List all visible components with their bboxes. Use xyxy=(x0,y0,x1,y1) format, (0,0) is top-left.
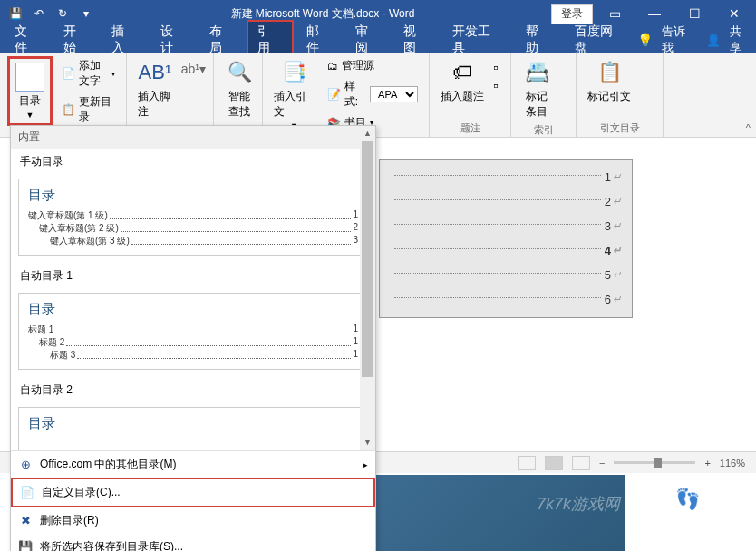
toc-row: 6↵ xyxy=(391,287,621,312)
zoom-out-icon[interactable]: − xyxy=(599,458,605,469)
print-layout-icon[interactable] xyxy=(545,456,563,470)
caption-small-icon[interactable]: ▫ xyxy=(493,60,499,76)
toc-row: 1↵ xyxy=(391,165,621,189)
endnote-icon[interactable]: ab¹▾ xyxy=(181,62,206,76)
mark-entry-button[interactable]: 📇 标记 条目 xyxy=(519,56,555,121)
add-text-button[interactable]: 📄添加文字▾ xyxy=(58,56,119,91)
auto-toc2-label: 自动目录 2 xyxy=(11,377,375,403)
more-office-toc[interactable]: ⊕Office.com 中的其他目录(M)▸ xyxy=(11,451,375,478)
watermark-overlay: 7k7k游戏网 xyxy=(537,493,620,515)
manage-sources-button[interactable]: 🗂管理源 xyxy=(324,56,422,75)
toa-group-label: 引文目录 xyxy=(584,120,655,135)
share-icon: 👤 xyxy=(706,34,721,47)
toc-row: 2↵ xyxy=(391,189,621,214)
zoom-level[interactable]: 116% xyxy=(720,458,745,469)
web-layout-icon[interactable] xyxy=(572,456,590,470)
citation-style-select[interactable]: 📝样式: APA xyxy=(324,77,422,111)
remove-toc[interactable]: ✖删除目录(R) xyxy=(11,508,375,534)
update-toc-button[interactable]: 📋更新目录 xyxy=(58,92,119,127)
footnote-icon: AB¹ xyxy=(141,58,170,87)
manual-toc-item[interactable]: 目录 键入章标题(第 1 级)1 键入章标题(第 2 级)2 键入章标题(第 3… xyxy=(18,179,368,256)
ribbon-collapse-icon[interactable]: ^ xyxy=(746,122,751,133)
document-area: 1↵ 2↵ 3↵ 4↵ 5↵ 6↵ xyxy=(379,159,633,412)
toc-row: 5↵ xyxy=(391,263,621,287)
caption-icon: 🏷 xyxy=(448,58,477,87)
toc-button-label: 目录 xyxy=(19,93,41,109)
menubar: 文件 开始 插入 设计 布局 引用 邮件 审阅 视图 开发工具 帮助 百度网盘 … xyxy=(0,27,756,53)
smart-lookup-button[interactable]: 🔍 智能 查找 xyxy=(221,56,257,121)
toc-row: 3↵ xyxy=(391,214,621,238)
update-icon: 📋 xyxy=(62,103,75,116)
save-gallery-icon: 💾 xyxy=(18,540,33,552)
insert-caption-button[interactable]: 🏷 插入题注 xyxy=(437,56,488,106)
toc-field[interactable]: 1↵ 2↵ 3↵ 4↵ 5↵ 6↵ xyxy=(379,159,633,318)
toc-dropdown: 内置 手动目录 目录 键入章标题(第 1 级)1 键入章标题(第 2 级)2 键… xyxy=(10,125,376,551)
mark-citation-button[interactable]: 📋 标记引文 xyxy=(584,56,635,106)
caption-small2-icon[interactable]: ▫ xyxy=(493,78,499,94)
lookup-icon: 🔍 xyxy=(225,58,254,87)
sources-icon: 🗂 xyxy=(327,60,338,72)
insert-citation-button[interactable]: 📑 插入引文 ▼ xyxy=(270,56,318,132)
save-toc-selection[interactable]: 💾将所选内容保存到目录库(S)... xyxy=(11,534,375,551)
zoom-in-icon[interactable]: + xyxy=(704,458,710,469)
toc-button[interactable]: 目录 ▼ xyxy=(12,61,48,121)
bulb-icon: 💡 xyxy=(637,33,653,47)
window-title: 新建 Microsoft Word 文档.docx - Word xyxy=(94,6,551,22)
builtin-header: 内置 xyxy=(11,126,375,149)
auto-toc1-item[interactable]: 目录 标题 11 标题 21 标题 31 xyxy=(18,293,368,370)
index-group-label: 索引 xyxy=(519,121,568,137)
toa-icon: 📋 xyxy=(595,58,624,87)
index-icon: 📇 xyxy=(522,58,551,87)
style-dropdown[interactable]: APA xyxy=(370,86,418,102)
citation-icon: 📑 xyxy=(279,58,308,87)
globe-icon: ⊕ xyxy=(18,458,33,472)
zoom-slider[interactable] xyxy=(614,461,695,464)
toc-row: 4↵ xyxy=(391,238,621,263)
custom-toc[interactable]: 📄自定义目录(C)... xyxy=(11,478,375,508)
read-mode-icon[interactable] xyxy=(518,456,536,470)
auto-toc2-item[interactable]: 目录 xyxy=(18,407,368,450)
remove-icon: ✖ xyxy=(18,514,33,528)
insert-footnote-button[interactable]: AB¹ 插入脚注 xyxy=(134,56,176,121)
caption-group-label: 题注 xyxy=(437,120,503,135)
share-button[interactable]: 共享 xyxy=(730,24,752,56)
watermark: Bai👣经验 jingyan.baidu.com xyxy=(639,486,745,526)
toc-icon xyxy=(15,63,44,92)
doc-icon: 📄 xyxy=(20,486,34,500)
manual-toc-label: 手动目录 xyxy=(11,149,375,175)
tell-me-input[interactable]: 告诉我 xyxy=(662,24,696,56)
dropdown-scrollbar[interactable]: ▲ ▼ xyxy=(360,126,375,450)
chevron-down-icon: ▼ xyxy=(26,111,34,120)
style-icon: 📝 xyxy=(327,88,341,101)
auto-toc1-label: 自动目录 1 xyxy=(11,263,375,289)
add-text-icon: 📄 xyxy=(62,67,75,80)
